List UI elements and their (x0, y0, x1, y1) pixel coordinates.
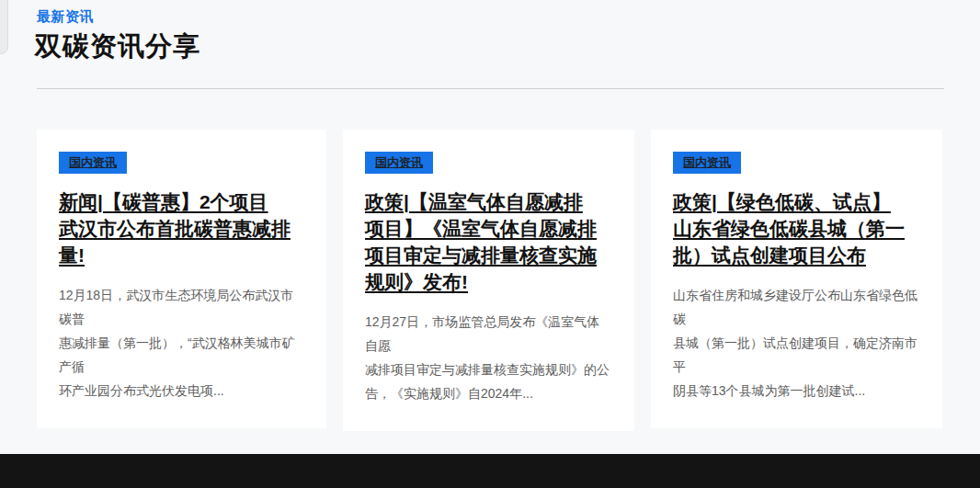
category-badge[interactable]: 国内资讯 (59, 152, 127, 174)
section-label: 最新资讯 (37, 8, 944, 26)
news-excerpt: 12月27日，市场监管总局发布《温室气体自愿 减排项目审定与减排量核查实施规则》… (365, 310, 612, 405)
news-section: 最新资讯 双碳资讯分享 国内资讯 新闻|【碳普惠】2个项目 武汉市公布首批碳普惠… (37, 0, 944, 431)
news-card: 国内资讯 政策|【温室气体自愿减排 项目】《温室气体自愿减排 项目审定与减排量核… (343, 130, 634, 431)
news-card: 国内资讯 新闻|【碳普惠】2个项目 武汉市公布首批碳普惠减排 量! 12月18日… (37, 130, 326, 428)
news-excerpt: 山东省住房和城乡建设厅公布山东省绿色低碳 县城（第一批）试点创建项目，确定济南市… (673, 283, 920, 403)
corner-decoration (0, 0, 8, 54)
news-card-grid: 国内资讯 新闻|【碳普惠】2个项目 武汉市公布首批碳普惠减排 量! 12月18日… (37, 130, 944, 431)
news-card: 国内资讯 政策|【绿色低碳、试点】 山东省绿色低碳县城（第一 批）试点创建项目公… (651, 130, 942, 428)
news-title-link[interactable]: 政策|【温室气体自愿减排 项目】《温室气体自愿减排 项目审定与减排量核查实施 规… (365, 188, 612, 295)
news-excerpt: 12月18日，武汉市生态环境局公布武汉市碳普 惠减排量（第一批），“武汉格林美城… (59, 283, 304, 403)
news-title-link[interactable]: 新闻|【碳普惠】2个项目 武汉市公布首批碳普惠减排 量! (59, 188, 304, 268)
footer-bar (0, 454, 980, 488)
divider (37, 88, 944, 89)
news-title-link[interactable]: 政策|【绿色低碳、试点】 山东省绿色低碳县城（第一 批）试点创建项目公布 (673, 188, 920, 268)
category-badge[interactable]: 国内资讯 (365, 152, 433, 174)
page-title: 双碳资讯分享 (35, 30, 944, 62)
category-badge[interactable]: 国内资讯 (673, 152, 741, 174)
